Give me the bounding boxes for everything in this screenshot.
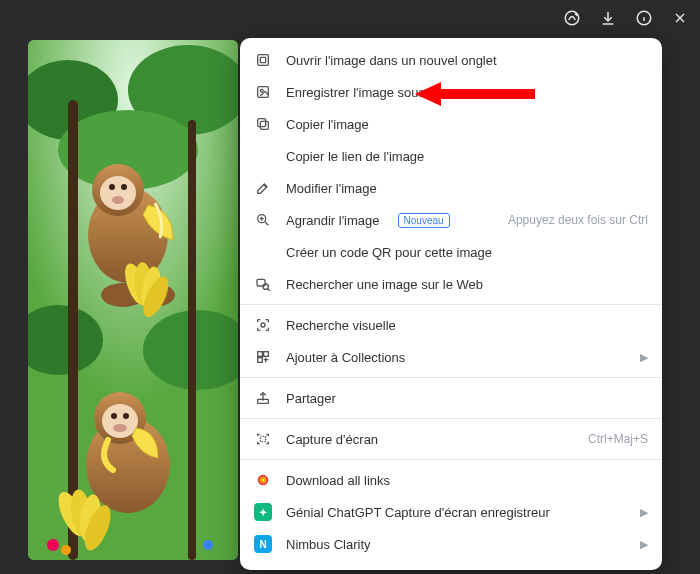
- svg-rect-47: [258, 352, 263, 357]
- menu-share[interactable]: Partager: [240, 382, 662, 414]
- svg-rect-50: [258, 399, 269, 403]
- menu-copy-image[interactable]: Copier l'image: [240, 108, 662, 140]
- download-links-icon: [254, 471, 272, 489]
- svg-point-54: [262, 479, 265, 482]
- svg-point-18: [121, 184, 127, 190]
- svg-point-26: [102, 404, 138, 438]
- chevron-right-icon: ▶: [640, 570, 648, 571]
- menu-label: Nimbus Screenshot: [286, 569, 626, 571]
- image-viewer: Ouvrir l'image dans un nouvel onglet Enr…: [0, 0, 700, 574]
- visual-search-icon: [254, 316, 272, 334]
- menu-label: Capture d'écran: [286, 432, 574, 447]
- chevron-right-icon: ▶: [640, 351, 648, 364]
- svg-point-16: [100, 176, 136, 210]
- menu-add-to-collections[interactable]: Ajouter à Collections ▶: [240, 341, 662, 373]
- menu-create-qr[interactable]: Créer un code QR pour cette image: [240, 236, 662, 268]
- menu-label: Créer un code QR pour cette image: [286, 245, 648, 260]
- divider: [240, 459, 662, 460]
- menu-ext-nimbus-screenshot[interactable]: Nimbus Screenshot ▶: [240, 560, 662, 570]
- menu-save-image-as[interactable]: Enregistrer l'image sous: [240, 76, 662, 108]
- edit-image-icon: [254, 179, 272, 197]
- svg-point-28: [123, 413, 129, 419]
- menu-label: Modifier l'image: [286, 181, 648, 196]
- save-icon: [254, 83, 272, 101]
- menu-label: Ajouter à Collections: [286, 350, 626, 365]
- nimbus-clarity-icon: N: [254, 535, 272, 553]
- svg-rect-48: [264, 352, 269, 357]
- chevron-right-icon: ▶: [640, 506, 648, 519]
- svg-point-45: [263, 284, 268, 289]
- search-image-icon: [254, 275, 272, 293]
- menu-label: Génial ChatGPT Capture d'écran enregistr…: [286, 505, 626, 520]
- menu-label: Enregistrer l'image sous: [286, 85, 648, 100]
- close-icon[interactable]: [670, 8, 690, 28]
- menu-open-new-tab[interactable]: Ouvrir l'image dans un nouvel onglet: [240, 44, 662, 76]
- chatgpt-capture-icon: ✦: [254, 503, 272, 521]
- menu-screenshot[interactable]: Capture d'écran Ctrl+Maj+S: [240, 423, 662, 455]
- menu-enlarge-image[interactable]: Agrandir l'image Nouveau Appuyez deux fo…: [240, 204, 662, 236]
- shortcut-hint: Appuyez deux fois sur Ctrl: [508, 213, 648, 227]
- copy-icon: [254, 115, 272, 133]
- nimbus-screenshot-icon: [254, 567, 272, 570]
- menu-label: Copier le lien de l'image: [286, 149, 648, 164]
- zoom-in-icon: [254, 211, 272, 229]
- svg-point-27: [111, 413, 117, 419]
- svg-point-0: [565, 11, 579, 25]
- svg-rect-42: [258, 119, 266, 127]
- menu-visual-search[interactable]: Recherche visuelle: [240, 309, 662, 341]
- svg-point-46: [261, 323, 265, 327]
- svg-point-40: [260, 89, 263, 92]
- share-icon: [254, 389, 272, 407]
- menu-modify-image[interactable]: Modifier l'image: [240, 172, 662, 204]
- collections-icon: [254, 348, 272, 366]
- svg-point-35: [61, 545, 71, 555]
- svg-rect-41: [260, 121, 268, 129]
- svg-rect-37: [258, 55, 269, 66]
- open-new-tab-icon: [254, 51, 272, 69]
- svg-point-36: [203, 540, 213, 550]
- menu-label: Partager: [286, 391, 648, 406]
- menu-label: Recherche visuelle: [286, 318, 648, 333]
- menu-ext-nimbus-clarity[interactable]: N Nimbus Clarity ▶: [240, 528, 662, 560]
- edit-icon[interactable]: [562, 8, 582, 28]
- viewed-image[interactable]: [28, 40, 238, 560]
- screenshot-icon: [254, 430, 272, 448]
- menu-label: Agrandir l'image: [286, 213, 380, 228]
- svg-point-29: [113, 424, 127, 432]
- svg-rect-11: [188, 120, 196, 560]
- new-badge: Nouveau: [398, 213, 450, 228]
- svg-rect-51: [260, 436, 265, 441]
- svg-point-19: [112, 196, 124, 204]
- menu-ext-chatgpt-capture[interactable]: ✦ Génial ChatGPT Capture d'écran enregis…: [240, 496, 662, 528]
- menu-label: Ouvrir l'image dans un nouvel onglet: [286, 53, 648, 68]
- svg-point-17: [109, 184, 115, 190]
- svg-rect-38: [260, 57, 265, 62]
- download-icon[interactable]: [598, 8, 618, 28]
- divider: [240, 418, 662, 419]
- viewer-toolbar: [562, 8, 690, 28]
- menu-label: Download all links: [286, 473, 648, 488]
- info-icon[interactable]: [634, 8, 654, 28]
- divider: [240, 377, 662, 378]
- menu-label: Copier l'image: [286, 117, 648, 132]
- menu-ext-download-all-links[interactable]: Download all links: [240, 464, 662, 496]
- svg-rect-49: [258, 358, 263, 363]
- context-menu: Ouvrir l'image dans un nouvel onglet Enr…: [240, 38, 662, 570]
- svg-point-34: [47, 539, 59, 551]
- divider: [240, 304, 662, 305]
- shortcut-hint: Ctrl+Maj+S: [588, 432, 648, 446]
- menu-label: Nimbus Clarity: [286, 537, 626, 552]
- menu-label: Rechercher une image sur le Web: [286, 277, 648, 292]
- chevron-right-icon: ▶: [640, 538, 648, 551]
- menu-copy-image-link[interactable]: Copier le lien de l'image: [240, 140, 662, 172]
- menu-search-web[interactable]: Rechercher une image sur le Web: [240, 268, 662, 300]
